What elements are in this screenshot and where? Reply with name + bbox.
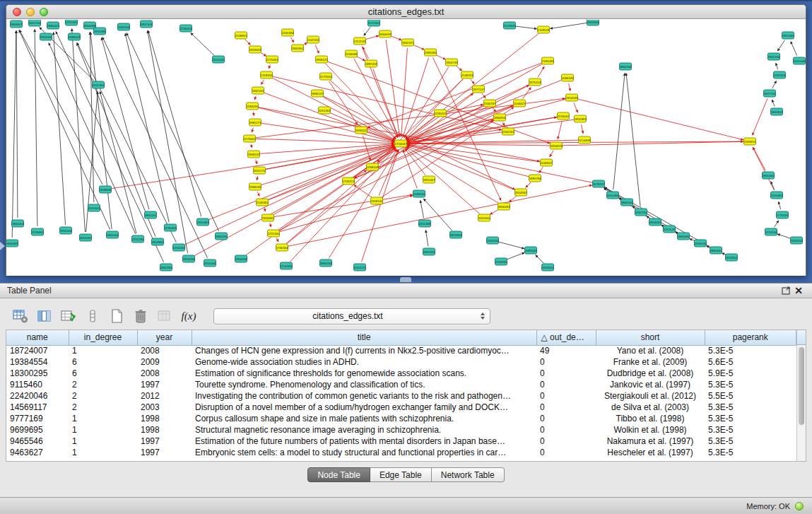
network-node[interactable]: 1584540: [413, 190, 425, 197]
network-edge[interactable]: [772, 81, 777, 88]
network-node[interactable]: 2250140: [695, 240, 707, 247]
network-edge[interactable]: [515, 26, 537, 29]
network-node[interactable]: 1862205: [252, 87, 264, 94]
table-cell[interactable]: 0: [536, 447, 596, 458]
table-cell[interactable]: 1: [69, 345, 137, 356]
network-edge[interactable]: [390, 36, 401, 40]
network-node[interactable]: 1918145: [371, 197, 383, 204]
network-node[interactable]: 1914549: [566, 94, 578, 101]
tab-node-table[interactable]: Node Table: [307, 467, 370, 482]
network-edge[interactable]: [356, 57, 365, 61]
network-node[interactable]: 1863304: [587, 20, 599, 25]
table-cell[interactable]: Stergiakouli et al. (2012): [596, 390, 705, 402]
network-node[interactable]: 1962330: [40, 33, 52, 40]
network-edge[interactable]: [269, 65, 270, 69]
table-cell[interactable]: Yano et al. (2008): [596, 345, 705, 356]
network-node[interactable]: 2046647: [541, 159, 553, 166]
table-cell[interactable]: 5.6E-5: [705, 356, 796, 368]
network-edge[interactable]: [354, 185, 372, 197]
table-row[interactable]: 977716911998Corpus callosum shape and si…: [6, 413, 796, 424]
network-node[interactable]: 2051466: [607, 192, 619, 199]
network-edge[interactable]: [406, 148, 480, 214]
table-cell[interactable]: 2: [69, 390, 137, 402]
table-cell[interactable]: 5.3E-5: [705, 436, 796, 447]
network-edge[interactable]: [407, 145, 529, 177]
network-node[interactable]: 2085440: [525, 247, 537, 254]
network-node[interactable]: 1860530: [621, 199, 633, 206]
network-edge[interactable]: [191, 33, 214, 56]
network-edge[interactable]: [506, 252, 524, 259]
table-cell[interactable]: 2003: [137, 402, 192, 413]
network-node[interactable]: 1853304: [450, 231, 462, 238]
table-row[interactable]: 1830029562008Estimation of significance …: [6, 368, 796, 379]
network-node[interactable]: 1855467: [423, 176, 435, 183]
network-node[interactable]: 2262034: [487, 237, 499, 244]
network-edge[interactable]: [100, 91, 136, 233]
table-cell[interactable]: 0: [536, 390, 596, 402]
network-node[interactable]: 1863440: [678, 233, 690, 240]
network-edge[interactable]: [256, 160, 257, 164]
table-cell[interactable]: 9465546: [6, 436, 69, 447]
column-header[interactable]: in_degree: [69, 330, 137, 345]
network-edge[interactable]: [257, 176, 258, 180]
network-node[interactable]: 2251230: [132, 235, 144, 243]
network-edge[interactable]: [261, 80, 264, 85]
table-cell[interactable]: Corpus callosum shape and size in male p…: [192, 413, 536, 424]
table-cell[interactable]: 1: [69, 424, 137, 436]
network-edge[interactable]: [791, 42, 797, 56]
network-edge[interactable]: [279, 195, 413, 231]
network-edge[interactable]: [582, 124, 584, 134]
network-edge[interactable]: [267, 105, 513, 200]
network-edge[interactable]: [425, 230, 428, 246]
network-node[interactable]: 1951440: [782, 32, 794, 39]
network-node[interactable]: 1858636: [100, 186, 112, 193]
network-edge[interactable]: [490, 209, 499, 214]
network-node[interactable]: 2251440: [268, 230, 280, 237]
network-node[interactable]: 1865054: [12, 220, 24, 227]
table-cell[interactable]: 5.3E-5: [705, 447, 796, 458]
network-node[interactable]: 1857103: [141, 21, 153, 28]
network-node[interactable]: 1726373: [343, 177, 355, 185]
table-cell[interactable]: Embryonic stem cells: a model to study s…: [192, 447, 536, 458]
network-node[interactable]: 1850383: [575, 115, 587, 122]
network-node[interactable]: 1931586: [94, 28, 106, 35]
network-node[interactable]: 1865440: [763, 172, 775, 179]
network-node[interactable]: 2051125: [354, 264, 366, 271]
table-cell[interactable]: 14569117: [6, 402, 69, 413]
table-cell[interactable]: Structural magnetic resonance image aver…: [192, 424, 536, 436]
table-cell[interactable]: Tibbo et al. (1998): [596, 413, 705, 424]
table-cell[interactable]: Dudbridge et al. (2008): [596, 368, 705, 379]
network-edge[interactable]: [779, 201, 781, 209]
network-edge[interactable]: [126, 33, 219, 231]
network-node[interactable]: 2162161: [502, 128, 514, 135]
network-node[interactable]: 2275641: [266, 56, 278, 63]
network-node[interactable]: 2051006: [794, 57, 806, 64]
network-node[interactable]: 1595811: [744, 138, 756, 145]
network-node[interactable]: 1975103: [529, 78, 541, 86]
table-cell[interactable]: de Silva et al. (2003): [596, 402, 705, 413]
network-node[interactable]: 1961375: [402, 39, 414, 46]
network-edge[interactable]: [777, 40, 784, 51]
column-settings-icon[interactable]: [10, 306, 31, 326]
sidebar-collapse-handle[interactable]: [0, 242, 5, 250]
network-node[interactable]: 1924503: [791, 237, 803, 244]
network-edge[interactable]: [12, 30, 16, 238]
table-cell[interactable]: Estimation of significance thresholds fo…: [192, 368, 536, 379]
network-node[interactable]: 1985173: [249, 119, 261, 126]
network-node[interactable]: 1860533: [320, 259, 332, 267]
table-row[interactable]: 911546021997Tourette syndrome. Phenomeno…: [6, 379, 796, 390]
network-edge[interactable]: [19, 30, 110, 230]
table-source-dropdown[interactable]: citations_edges.txt: [213, 308, 490, 325]
network-edge[interactable]: [315, 45, 319, 53]
network-edge[interactable]: [471, 79, 474, 83]
table-cell[interactable]: 0: [536, 402, 596, 413]
table-cell[interactable]: 0: [536, 436, 596, 447]
float-window-icon[interactable]: [779, 285, 792, 296]
table-cell[interactable]: Wolkin et al. (1998): [596, 424, 705, 436]
network-node[interactable]: 1664059: [379, 30, 392, 37]
network-edge[interactable]: [435, 54, 445, 59]
network-edge[interactable]: [406, 79, 464, 139]
network-node[interactable]: 1950504: [60, 227, 72, 234]
network-edge[interactable]: [245, 40, 251, 45]
network-node[interactable]: 1860230: [216, 233, 228, 240]
